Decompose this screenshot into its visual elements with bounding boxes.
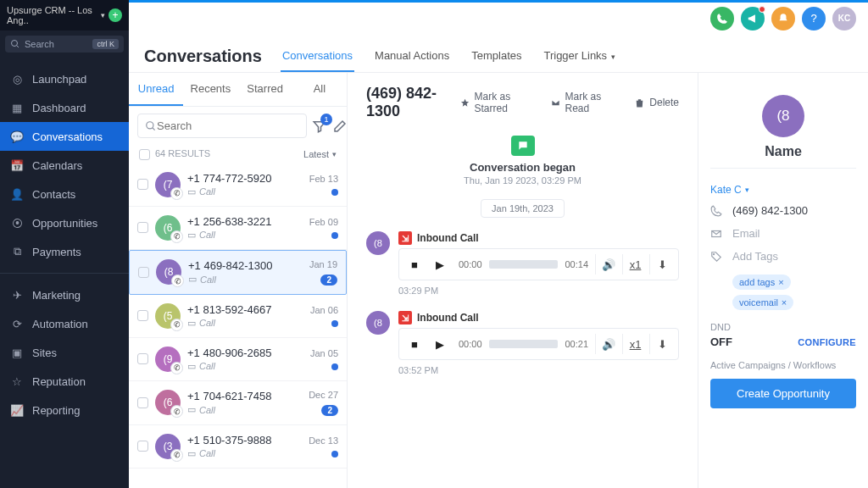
tag-chip[interactable]: voicemail ×	[732, 295, 793, 310]
sidebar-item-automation[interactable]: ⟳Automation	[0, 309, 129, 338]
list-search-input[interactable]	[157, 119, 299, 132]
help-button[interactable]: ?	[802, 7, 826, 30]
list-search[interactable]	[137, 114, 307, 138]
volume-button[interactable]: 🔊	[595, 334, 620, 354]
unread-dot-icon	[331, 189, 338, 196]
sidebar-item-reputation[interactable]: ☆Reputation	[0, 367, 129, 396]
tags-row[interactable]: Add Tags	[710, 250, 856, 263]
nav-label: Contacts	[32, 188, 75, 201]
conversation-item[interactable]: (6 ✆ +1 704-621-7458 ▭ Call Dec 27 2	[129, 381, 347, 425]
sidebar-item-sites[interactable]: ▣Sites	[0, 338, 129, 367]
play-button[interactable]: ▶	[428, 252, 452, 276]
filter-tab-starred[interactable]: Starred	[238, 73, 292, 106]
conversation-title: +1 256-638-3221	[187, 215, 303, 228]
select-checkbox[interactable]	[138, 267, 149, 278]
conversation-title: +1 704-621-7458	[187, 390, 302, 402]
volume-button[interactable]: 🔊	[595, 254, 620, 274]
nav-label: Automation	[32, 318, 88, 330]
select-checkbox[interactable]	[137, 353, 148, 364]
conversation-item[interactable]: (3 ✆ +1 510-375-9888 ▭ Call Dec 13	[129, 425, 347, 469]
remove-tag-icon[interactable]: ×	[782, 297, 787, 308]
conversation-list: (7 ✆ +1 774-772-5920 ▭ Call Feb 13 (6 ✆ …	[129, 164, 347, 488]
conversation-item[interactable]: (6 ✆ +1 256-638-3221 ▭ Call Feb 09	[129, 207, 347, 250]
speed-button[interactable]: x1	[622, 254, 648, 274]
channel-phone-icon: ✆	[170, 230, 183, 243]
subtab-conversations[interactable]: Conversations	[281, 41, 354, 72]
conversation-item[interactable]: (5 ✆ +1 813-592-4667 ▭ Call Jan 06	[129, 295, 347, 338]
select-checkbox[interactable]	[137, 397, 148, 408]
filter-tab-recents[interactable]: Recents	[183, 73, 237, 106]
mark-starred-button[interactable]: Mark as Starred	[460, 91, 536, 114]
phone-row: (469) 842-1300	[710, 204, 856, 217]
announce-button[interactable]	[741, 7, 765, 30]
conversation-subtitle: ▭ Call	[187, 361, 303, 372]
remove-tag-icon[interactable]: ×	[778, 277, 783, 287]
sidebar-item-conversations[interactable]: 💬Conversations	[0, 122, 129, 151]
select-checkbox[interactable]	[137, 222, 148, 233]
chevron-down-icon: ▾	[609, 44, 617, 69]
phone-value: (469) 842-1300	[732, 204, 808, 217]
thread-title: (469) 842-1300	[366, 85, 460, 120]
add-workspace-button[interactable]: +	[108, 8, 122, 22]
mark-read-button[interactable]: Mark as Read	[551, 91, 619, 114]
unread-dot-icon	[331, 451, 338, 458]
notifications-button[interactable]	[771, 7, 795, 30]
nav-icon: ⦿	[10, 216, 24, 230]
nav-icon: ▦	[10, 101, 24, 114]
nav-icon: ⟳	[10, 317, 24, 330]
download-button[interactable]: ⬇	[649, 254, 675, 274]
sort-select[interactable]: Latest▾	[303, 149, 337, 159]
tag-chip[interactable]: add tags ×	[732, 274, 791, 290]
conversation-item[interactable]: (9 ✆ +1 480-906-2685 ▭ Call Jan 05	[129, 338, 347, 381]
began-label: Conversation began	[366, 161, 679, 174]
subtab-manual-actions[interactable]: Manual Actions	[373, 41, 451, 72]
profile-button[interactable]: KC	[832, 7, 856, 30]
chat-icon	[511, 136, 535, 156]
dnd-configure-button[interactable]: CONFIGURE	[798, 337, 856, 347]
seek-track[interactable]	[489, 340, 559, 348]
workspace-selector[interactable]: Upsurge CRM -- Los Ang.. ▾ +	[0, 0, 129, 30]
compose-button[interactable]	[332, 119, 348, 134]
filter-button[interactable]: 1	[312, 119, 327, 134]
unread-badge: 2	[321, 405, 338, 416]
page-header: Conversations ConversationsManual Action…	[129, 34, 868, 72]
nav-label: Reporting	[32, 404, 80, 417]
sidebar-item-opportunities[interactable]: ⦿Opportunities	[0, 208, 129, 237]
select-checkbox[interactable]	[137, 441, 148, 452]
channel-phone-icon: ✆	[170, 405, 183, 418]
svg-point-2	[147, 121, 153, 128]
subtab-templates[interactable]: Templates	[470, 41, 523, 72]
sidebar-item-contacts[interactable]: 👤Contacts	[0, 180, 129, 208]
call-button[interactable]	[710, 7, 734, 30]
filter-tab-unread[interactable]: Unread	[129, 73, 183, 106]
sidebar-item-launchpad[interactable]: ◎Launchpad	[0, 64, 129, 93]
create-opportunity-button[interactable]: Create Opportunity	[710, 379, 856, 408]
sidebar-item-marketing[interactable]: ✈Marketing	[0, 280, 129, 309]
sidebar-item-dashboard[interactable]: ▦Dashboard	[0, 93, 129, 122]
unread-badge: 2	[320, 274, 337, 286]
select-all-checkbox[interactable]	[139, 149, 150, 160]
delete-button[interactable]: Delete	[634, 91, 679, 114]
select-checkbox[interactable]	[137, 179, 148, 190]
seek-track[interactable]	[489, 260, 559, 269]
filter-badge: 1	[320, 114, 332, 125]
play-button[interactable]: ▶	[428, 332, 452, 356]
chevron-down-icon: ▾	[745, 186, 749, 194]
call-timestamp: 03:52 PM	[398, 365, 679, 375]
conversation-item[interactable]: (7 ✆ +1 774-772-5920 ▭ Call Feb 13	[129, 164, 347, 207]
email-row[interactable]: Email	[710, 227, 856, 240]
filter-tab-all[interactable]: All	[292, 73, 347, 106]
sidebar-item-reporting[interactable]: 📈Reporting	[0, 396, 129, 424]
select-checkbox[interactable]	[137, 310, 148, 321]
sidebar-item-calendars[interactable]: 📅Calendars	[0, 151, 129, 180]
download-button[interactable]: ⬇	[649, 334, 675, 354]
sidebar-item-payments[interactable]: ⧉Payments	[0, 237, 129, 266]
stop-button[interactable]: ■	[403, 332, 426, 356]
conversation-item[interactable]: (8 ✆ +1 469-842-1300 ▭ Call Jan 19 2	[129, 250, 347, 295]
subtab-trigger-links[interactable]: Trigger Links▾	[542, 41, 619, 72]
speed-button[interactable]: x1	[622, 334, 648, 354]
sidebar-search[interactable]: Search ctrl K	[5, 36, 124, 53]
owner-select[interactable]: Kate C▾	[710, 184, 856, 196]
voicemail-icon: ▭	[187, 186, 196, 197]
stop-button[interactable]: ■	[403, 252, 426, 276]
